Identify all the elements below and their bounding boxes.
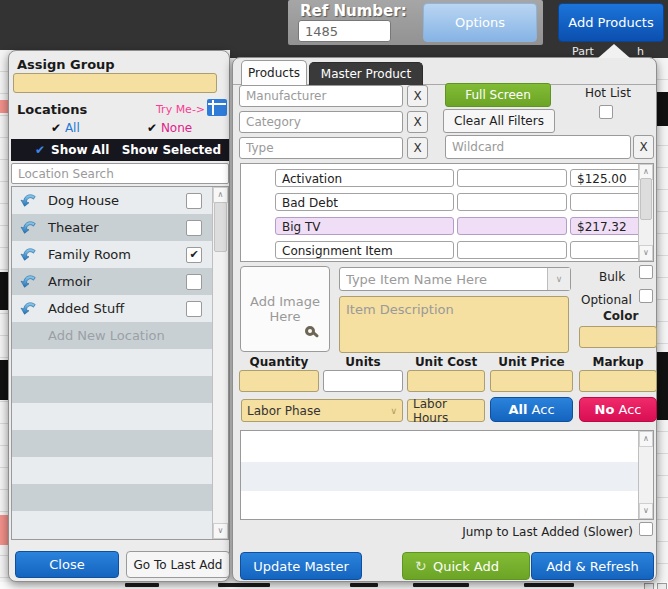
ref-number-input[interactable] [298, 20, 391, 42]
location-checkbox[interactable] [186, 301, 202, 317]
product-middle-field[interactable] [457, 217, 567, 235]
product-middle-field[interactable] [457, 193, 567, 211]
unit-price-input[interactable] [490, 370, 573, 392]
location-row[interactable]: Dog House [12, 187, 228, 214]
location-search-input[interactable] [11, 163, 229, 184]
chevron-down-icon[interactable]: ∨ [547, 268, 570, 290]
location-arrow-icon [20, 274, 38, 290]
clear-category-button[interactable]: X [407, 111, 428, 133]
markup-input[interactable] [579, 370, 657, 392]
location-row[interactable]: Family Room ✔ [12, 241, 228, 268]
scroll-up-icon[interactable]: ∧ [639, 431, 653, 447]
added-items-scrollbar[interactable]: ∧ ∨ [638, 431, 653, 519]
scroll-down-icon[interactable]: ∨ [639, 503, 653, 519]
assign-group-panel: Assign Group Locations Try Me-> ✔ All ✔ … [8, 50, 230, 582]
location-checkbox[interactable] [186, 193, 202, 209]
cut-off-text [125, 583, 159, 587]
scroll-down-icon[interactable]: ∨ [639, 245, 653, 261]
product-row-highlighted[interactable]: Big TV $217.32 [241, 217, 641, 235]
hot-list-checkbox[interactable] [599, 105, 613, 119]
product-row[interactable]: Bad Debt [241, 193, 641, 211]
location-row[interactable]: Armoir [12, 268, 228, 295]
unit-price-header: Unit Price [490, 355, 573, 369]
no-acc-button[interactable]: No Acc [579, 397, 657, 422]
unit-cost-header: Unit Cost [407, 355, 485, 369]
scroll-thumb[interactable] [640, 178, 652, 220]
full-screen-button[interactable]: Full Screen [445, 83, 551, 107]
scroll-thumb[interactable] [214, 202, 227, 252]
product-row[interactable]: Consignment Item [241, 241, 641, 259]
add-image-dropzone[interactable]: Add Image Here [240, 266, 330, 352]
layout-columns-icon[interactable] [207, 99, 227, 116]
select-none-control[interactable]: ✔ None [147, 121, 192, 135]
quick-add-button[interactable]: ↻ Quick Add [402, 552, 530, 580]
jump-to-last-added-checkbox[interactable] [639, 522, 653, 536]
clear-type-button[interactable]: X [407, 137, 428, 159]
units-input[interactable] [323, 370, 403, 392]
product-row[interactable]: Activation $125.00 [241, 169, 641, 187]
select-all-control[interactable]: ✔ All [51, 121, 80, 135]
assign-group-input[interactable] [13, 73, 217, 93]
optional-checkbox[interactable] [639, 289, 653, 303]
go-to-last-add-button[interactable]: Go To Last Add [126, 551, 230, 578]
item-description-textarea[interactable] [339, 296, 569, 353]
empty-row [12, 376, 228, 403]
clear-wildcard-button[interactable]: X [633, 135, 654, 159]
location-row[interactable]: Added Stuff [12, 295, 228, 322]
product-middle-field[interactable] [457, 169, 567, 187]
product-name[interactable]: Consignment Item [275, 241, 454, 259]
color-input[interactable] [579, 326, 657, 348]
product-name[interactable]: Activation [275, 169, 454, 187]
scroll-up-icon[interactable]: ∧ [213, 187, 228, 203]
product-price[interactable]: $217.32 [570, 217, 641, 235]
tab-master-product[interactable]: Master Product [309, 62, 423, 85]
location-checkbox[interactable] [186, 274, 202, 290]
markup-header: Markup [579, 355, 657, 369]
added-items-area[interactable]: ∧ ∨ [240, 430, 654, 520]
quantity-input[interactable] [239, 370, 319, 392]
add-and-refresh-button[interactable]: Add & Refresh [531, 552, 654, 580]
show-filter-bar: ✔ Show All Show Selected [11, 139, 229, 161]
all-label: All [65, 121, 80, 135]
unit-cost-input[interactable] [407, 370, 485, 392]
clear-manufacturer-button[interactable]: X [407, 85, 428, 107]
category-filter-input[interactable] [239, 111, 403, 133]
labor-phase-dropdown[interactable]: Labor Phase ∨ [241, 399, 403, 422]
update-master-button[interactable]: Update Master [240, 552, 362, 580]
wildcard-input[interactable] [445, 135, 631, 159]
bulk-checkbox[interactable] [639, 265, 653, 279]
item-name-input[interactable] [339, 267, 571, 291]
product-name[interactable]: Big TV [275, 217, 454, 235]
product-name[interactable]: Bad Debt [275, 193, 454, 211]
tab-products[interactable]: Products [241, 60, 307, 85]
location-checkbox[interactable] [186, 220, 202, 236]
add-new-location-row[interactable]: Add New Location [12, 322, 228, 349]
show-all-toggle[interactable]: Show All [51, 143, 109, 157]
item-name-combo[interactable]: ∨ [339, 267, 571, 291]
magnifier-icon[interactable] [305, 326, 315, 336]
labor-hours-label: Labor Hours [413, 397, 479, 425]
product-list-scrollbar[interactable]: ∧ ∨ [638, 164, 653, 261]
scroll-down-icon[interactable]: ∨ [213, 523, 228, 539]
manufacturer-filter-input[interactable] [239, 85, 403, 107]
options-button[interactable]: Options [423, 3, 537, 42]
clear-all-filters-button[interactable]: Clear All Filters [443, 109, 555, 133]
product-price[interactable] [570, 241, 641, 259]
location-list: Dog House Theater Family Room ✔ Armoir A… [11, 186, 229, 540]
close-button[interactable]: Close [15, 551, 119, 578]
product-price[interactable] [570, 193, 641, 211]
location-arrow-icon [20, 220, 38, 236]
show-selected-toggle[interactable]: Show Selected [122, 143, 221, 157]
location-scrollbar[interactable]: ∧ ∨ [212, 187, 228, 539]
all-acc-button[interactable]: All Acc [490, 397, 573, 422]
all-acc-rest: Acc [527, 402, 554, 417]
location-row[interactable]: Theater [12, 214, 228, 241]
product-middle-field[interactable] [457, 241, 567, 259]
location-checkbox-checked[interactable]: ✔ [186, 247, 202, 263]
labor-hours-field[interactable]: Labor Hours [407, 399, 485, 422]
add-products-button[interactable]: Add Products [558, 3, 664, 42]
products-panel: Products Master Product X X X Full Scree… [232, 57, 657, 582]
product-price[interactable]: $125.00 [570, 169, 641, 187]
hot-list-label: Hot List [585, 86, 631, 100]
type-filter-input[interactable] [239, 137, 403, 159]
